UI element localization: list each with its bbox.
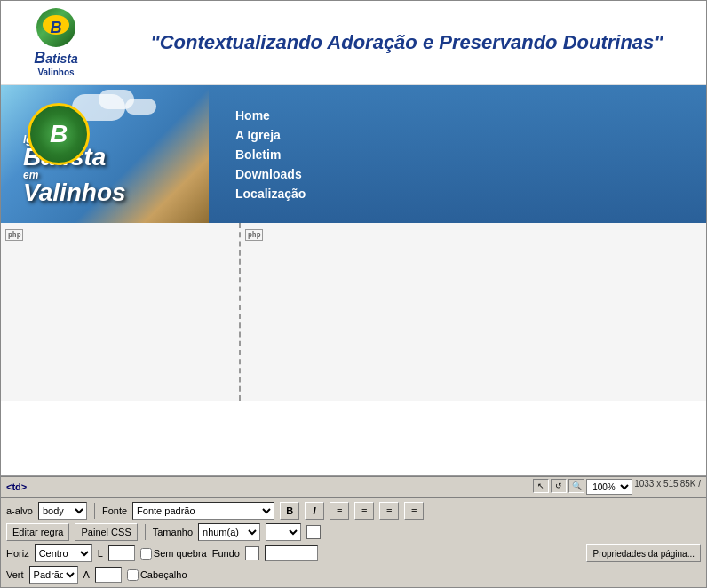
horiz-label: Horiz — [6, 548, 29, 559]
status-bar: <td> ↖ ↺ 🔍 100% 75% 150% 1033 x 515 85K … — [1, 476, 706, 497]
status-filesize: 85K / — [680, 479, 701, 495]
edit-rule-button[interactable]: Editar regra — [6, 523, 69, 541]
site-logo: B atista Valinhos — [12, 8, 100, 77]
size-select-2[interactable] — [266, 523, 301, 541]
css-panel-button[interactable]: Painel CSS — [75, 523, 137, 541]
align-left-button[interactable]: ≡ — [330, 502, 349, 520]
php-marker-right: php — [245, 229, 263, 241]
A-input[interactable] — [95, 567, 122, 583]
content-right: php — [241, 223, 706, 401]
align-center-button[interactable]: ≡ — [354, 502, 374, 520]
status-dimensions: 1033 x 515 — [634, 479, 679, 495]
size-select[interactable]: nhum(a) — [198, 523, 260, 541]
nav-link-home[interactable]: Home — [235, 107, 706, 124]
site-header: B atista Valinhos "Contextualizando Ador… — [1, 1, 706, 85]
nav-banner: Igreja Batista em Valinhos B Home A Igre… — [1, 85, 706, 223]
header-text: Cabeçalho — [140, 569, 187, 580]
background-label: Fundo — [212, 548, 240, 559]
logo-circle-icon — [36, 8, 75, 47]
header-checkbox[interactable] — [127, 569, 139, 581]
nav-logo-letter: B — [50, 120, 68, 148]
separator-1 — [94, 503, 95, 519]
nav-link-boletim[interactable]: Boletim — [235, 146, 706, 163]
color-box[interactable] — [306, 525, 321, 539]
header-label: Cabeçalho — [127, 569, 187, 581]
no-break-text: Sem quebra — [154, 548, 207, 559]
status-icon-arrow[interactable]: ↖ — [533, 479, 549, 493]
cloud-3 — [125, 99, 156, 115]
logo-text-main: atista — [45, 52, 78, 66]
toolbar-row-3: Horiz Centro Esquerda Direita L Sem queb… — [6, 544, 701, 562]
size-label: Tamanho — [153, 527, 193, 537]
toolbar-row-1: a-alvo body Fonte Fonte padrão B I ≡ ≡ ≡… — [6, 502, 701, 520]
site-tagline: "Contextualizando Adoração e Preservando… — [118, 31, 695, 54]
no-break-checkbox[interactable] — [140, 548, 152, 560]
status-icons: ↖ ↺ 🔍 100% 75% 150% 1033 x 515 85K / — [533, 479, 701, 495]
editor-window: B atista Valinhos "Contextualizando Ador… — [0, 0, 707, 588]
target-select[interactable]: body — [38, 502, 87, 520]
bottom-toolbar: a-alvo body Fonte Fonte padrão B I ≡ ≡ ≡… — [1, 497, 706, 587]
nav-image-bg: Igreja Batista em Valinhos B — [1, 85, 214, 223]
bold-button[interactable]: B — [280, 502, 299, 520]
nav-link-downloads[interactable]: Downloads — [235, 165, 706, 183]
A-label: A — [83, 569, 90, 580]
content-left: php — [1, 223, 241, 401]
nav-logo-circle: B — [28, 103, 90, 165]
separator-2 — [145, 524, 146, 540]
page-props-button[interactable]: Propriedades da página... — [586, 544, 701, 562]
church-location-text: Valinhos — [23, 179, 126, 206]
font-label: Fonte — [102, 505, 127, 516]
nav-link-a-igreja[interactable]: A Igreja — [235, 126, 706, 144]
target-label: a-alvo — [6, 505, 33, 516]
background-input[interactable] — [265, 545, 318, 561]
website-preview: B atista Valinhos "Contextualizando Ador… — [1, 1, 706, 476]
horiz-select[interactable]: Centro Esquerda Direita — [35, 544, 92, 562]
status-tag: <td> — [6, 481, 27, 492]
L-label: L — [98, 548, 103, 559]
nav-logo-overlay: B — [28, 103, 90, 165]
background-color-box[interactable] — [245, 546, 259, 560]
site-content: php php — [1, 223, 706, 401]
php-marker-left: php — [5, 229, 23, 241]
status-icon-refresh[interactable]: ↺ — [551, 479, 567, 493]
toolbar-row-4: Vert Padrão Topo Fundo A Cabeçalho — [6, 566, 701, 584]
nav-links-area: Home A Igreja Boletim Downloads Localiza… — [209, 85, 706, 223]
no-break-label: Sem quebra — [140, 548, 207, 560]
vert-label: Vert — [6, 569, 24, 580]
logo-subtext: Valinhos — [37, 68, 74, 77]
italic-button[interactable]: I — [305, 502, 324, 520]
align-right-button[interactable]: ≡ — [379, 502, 399, 520]
nav-link-localizacao[interactable]: Localização — [235, 185, 706, 203]
align-justify-button[interactable]: ≡ — [404, 502, 424, 520]
toolbar-row-2: Editar regra Painel CSS Tamanho nhum(a) — [6, 523, 701, 541]
vert-select[interactable]: Padrão Topo Fundo — [29, 566, 78, 584]
zoom-select[interactable]: 100% 75% 150% — [586, 479, 632, 495]
font-select[interactable]: Fonte padrão — [132, 502, 274, 520]
L-input[interactable] — [108, 545, 135, 561]
status-icon-zoom[interactable]: 🔍 — [568, 479, 584, 493]
logo-text-b: B — [34, 49, 45, 68]
